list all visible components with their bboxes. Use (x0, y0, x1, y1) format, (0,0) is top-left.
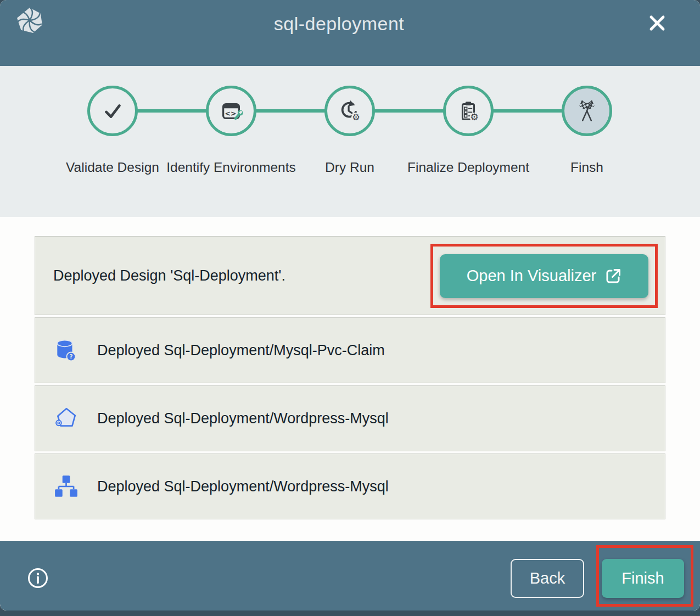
code-config-icon: <> (219, 98, 244, 124)
deployed-resource-text: Deployed Sql-Deployment/Wordpress-Mysql (97, 478, 389, 495)
step-label-dry-run: Dry Run (284, 156, 416, 178)
svg-text:⚙: ⚙ (352, 112, 360, 122)
step-validate-design[interactable] (87, 86, 138, 136)
tree-topology-icon (53, 474, 79, 499)
pentagon-pod-icon (53, 406, 79, 431)
step-dry-run[interactable]: ⚙ (324, 86, 375, 136)
dialog-header: sql-deployment (0, 0, 700, 66)
deployed-resource-text: Deployed Sql-Deployment/Mysql-Pvc-Claim (97, 342, 385, 359)
rerun-gear-icon: ⚙ (337, 98, 362, 124)
back-button[interactable]: Back (511, 559, 584, 598)
open-in-visualizer-label: Open In Visualizer (467, 267, 596, 285)
checklist-gear-icon: ⚙ (456, 98, 481, 124)
step-identify-environments[interactable]: <> (206, 86, 256, 136)
summary-text: Deployed Design 'Sql-Deployment'. (35, 267, 285, 284)
deployment-wizard-dialog: sql-deployment Validate Design <> (0, 0, 700, 611)
svg-text:⚙: ⚙ (470, 111, 478, 122)
deployed-resource-row: ? Deployed Sql-Deployment/Mysql-Pvc-Clai… (35, 317, 665, 383)
deployed-resource-text: Deployed Sql-Deployment/Wordpress-Mysql (97, 410, 389, 427)
deployed-resource-row: Deployed Sql-Deployment/Wordpress-Mysql (35, 385, 665, 451)
dialog-title: sql-deployment (0, 13, 678, 35)
check-icon (100, 98, 125, 124)
annotation-box-visualizer: Open In Visualizer (430, 244, 658, 308)
step-label-identify-environments: Identify Environments (165, 156, 297, 178)
summary-row: Deployed Design 'Sql-Deployment'. Open I… (35, 236, 665, 315)
svg-text:?: ? (69, 353, 72, 360)
step-finish[interactable] (562, 86, 612, 136)
step-finalize-deployment[interactable]: ⚙ (443, 86, 494, 136)
svg-text:<>: <> (225, 109, 237, 117)
finish-button[interactable]: Finish (602, 559, 684, 598)
finish-flags-icon (574, 98, 600, 124)
step-label-validate-design: Validate Design (47, 156, 178, 178)
info-icon[interactable] (27, 568, 48, 589)
results-panel: Deployed Design 'Sql-Deployment'. Open I… (0, 217, 700, 541)
database-icon: ? (53, 338, 79, 363)
step-label-finish: Finsh (521, 156, 653, 178)
deployed-resource-row: Deployed Sql-Deployment/Wordpress-Mysql (35, 453, 665, 519)
deployment-stepper: Validate Design <> Identify Environments (0, 66, 700, 217)
step-label-finalize-deployment: Finalize Deployment (402, 156, 534, 178)
dialog-footer: Back Finish (0, 541, 700, 611)
open-in-visualizer-button[interactable]: Open In Visualizer (440, 254, 648, 298)
external-link-icon (605, 268, 621, 284)
close-icon[interactable] (646, 12, 668, 34)
